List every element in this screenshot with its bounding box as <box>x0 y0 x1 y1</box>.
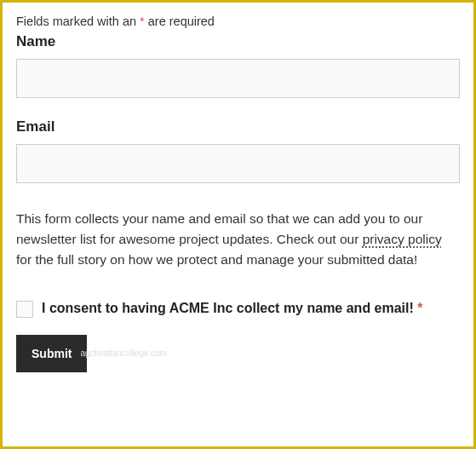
consent-text: I consent to having ACME Inc collect my … <box>42 301 417 315</box>
consent-checkbox[interactable] <box>16 301 33 318</box>
submit-button[interactable]: Submit <box>16 335 87 372</box>
required-fields-notice: Fields marked with an * are required <box>16 14 460 28</box>
submit-label: Submit <box>32 347 72 360</box>
email-label: Email <box>16 118 460 135</box>
notice-suffix: are required <box>145 14 215 28</box>
privacy-policy-link[interactable]: privacy policy <box>363 232 442 246</box>
notice-prefix: Fields marked with an <box>16 14 140 28</box>
email-input[interactable] <box>16 144 460 183</box>
description-part2: for the full story on how we protect and… <box>16 252 417 267</box>
name-input[interactable] <box>16 59 460 98</box>
watermark-text: agchristiancollege.com <box>80 348 167 358</box>
consent-label: I consent to having ACME Inc collect my … <box>42 299 423 318</box>
form-description: This form collects your name and email s… <box>16 209 460 270</box>
asterisk-icon: * <box>417 301 422 315</box>
consent-row: I consent to having ACME Inc collect my … <box>16 299 460 318</box>
name-label: Name <box>16 33 460 50</box>
form-container: Fields marked with an * are required Nam… <box>0 0 476 449</box>
